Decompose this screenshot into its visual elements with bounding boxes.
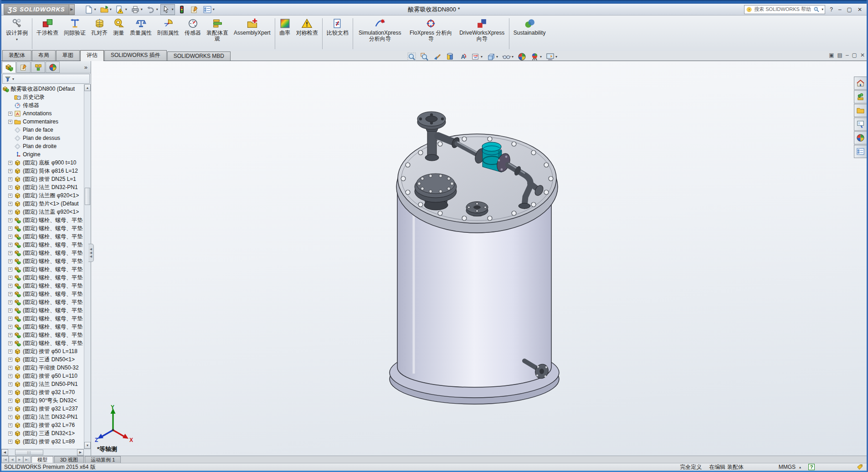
tag-icon[interactable] <box>857 464 863 470</box>
ribbon-button-sensor[interactable]: 传感器 <box>182 16 204 51</box>
display-style-dropdown-arrow[interactable]: ▾ <box>496 55 498 59</box>
open-dropdown-arrow[interactable]: ▾ <box>110 7 112 11</box>
tree-item[interactable]: +Annotations <box>1 109 84 118</box>
minimize-button[interactable]: ‒ <box>837 6 843 13</box>
tree-item[interactable]: +传感器 <box>1 101 84 109</box>
quick-tips-help-button[interactable]: ? <box>808 464 815 470</box>
expander-icon[interactable]: + <box>8 374 12 378</box>
tree-item[interactable]: 酸雾吸收器DN800 (Défaut <box>1 85 84 93</box>
tree-item[interactable]: +(固定) 螺栓、螺母、平垫 <box>1 298 84 306</box>
tree-item[interactable]: +(固定) 法兰 DN50-PN1 <box>1 380 84 388</box>
tree-item[interactable]: +(固定) 90°弯头 DN32< <box>1 396 84 405</box>
expander-icon[interactable]: + <box>8 366 12 370</box>
view-settings-button[interactable]: ▾ <box>544 51 559 62</box>
tree-item[interactable]: +(固定) 筒体 φ816 L=12 <box>1 167 84 175</box>
tree-item[interactable]: +历史记录 <box>1 93 84 101</box>
expander-icon[interactable]: + <box>8 120 12 124</box>
expander-icon[interactable]: + <box>8 341 12 345</box>
task-pane-tab-solidworks-resources[interactable] <box>854 77 867 90</box>
annotation-view-button[interactable] <box>457 51 468 62</box>
tab-SOLIDWORKS MBD[interactable]: SOLIDWORKS MBD <box>167 51 231 61</box>
options-button[interactable]: ▾ <box>201 4 216 15</box>
restore-all-button[interactable]: ▣ <box>829 52 834 58</box>
edit-appearance-button[interactable] <box>516 51 528 62</box>
tree-item[interactable]: +(固定) 法兰 DN32-PN1 <box>1 183 84 191</box>
panel-tab-propertymanager[interactable] <box>16 62 31 73</box>
view-settings-dropdown-arrow[interactable]: ▾ <box>555 55 557 59</box>
previous-view-button[interactable] <box>431 51 443 62</box>
panel-tab-configuration-manager[interactable] <box>31 62 45 73</box>
expander-icon[interactable]: + <box>8 251 12 255</box>
motion-nav-next[interactable]: ▶ <box>16 456 23 463</box>
ribbon-button-design-study[interactable]: 设计算例▾ <box>3 16 31 51</box>
tree-item[interactable]: +(固定) 螺栓、螺母、平垫 <box>1 314 84 323</box>
help-button[interactable]: ? <box>828 6 835 13</box>
expander-icon[interactable]: + <box>8 399 12 403</box>
tree-item[interactable]: +(固定) 法兰圈 φ920<1> <box>1 191 84 200</box>
tree-item[interactable]: +(固定) 螺栓、螺母、平垫 <box>1 273 84 282</box>
expander-icon[interactable]: + <box>8 333 12 337</box>
expander-icon[interactable]: + <box>8 226 12 231</box>
panel-tabs-overflow[interactable]: » <box>84 64 90 71</box>
tree-item[interactable]: +(固定) 接管 φ32 L=237 <box>1 405 84 413</box>
view-orientation-dropdown-arrow[interactable]: ▾ <box>481 55 483 59</box>
expander-icon[interactable]: + <box>8 317 12 321</box>
expander-icon[interactable]: + <box>8 440 12 444</box>
tab-草图[interactable]: 草图 <box>56 50 80 61</box>
design-study-dropdown-arrow[interactable]: ▾ <box>16 36 18 42</box>
undo-button[interactable]: ▾ <box>145 4 159 15</box>
hscroll-thumb[interactable]: ||| <box>15 450 43 455</box>
tree-item[interactable]: +(固定) 接管 φ32 L=76 <box>1 421 84 429</box>
tree-item[interactable]: +(固定) 螺栓、螺母、平垫 <box>1 331 84 339</box>
tree-item[interactable]: +(固定) 螺栓、螺母、平垫 <box>1 224 84 232</box>
ribbon-button-hole-align[interactable]: 孔对齐 <box>88 16 110 51</box>
new-document-dropdown-arrow[interactable]: ▾ <box>94 7 96 11</box>
hide-show-items-dropdown-arrow[interactable]: ▾ <box>512 55 514 59</box>
ribbon-button-floxpress[interactable]: FloXpress 分析向导 <box>406 16 457 51</box>
expander-icon[interactable]: + <box>8 243 12 247</box>
units-selector[interactable]: MMGS▴ <box>779 464 801 470</box>
tree-item[interactable]: +(固定) 螺栓、螺母、平垫 <box>1 306 84 314</box>
ribbon-button-clearance[interactable]: 间隙验证 <box>61 16 88 51</box>
tree-vertical-scrollbar[interactable]: ▲ ▼ <box>84 84 91 449</box>
tree-filter-bar[interactable]: ▾ <box>2 74 90 84</box>
expander-icon[interactable]: + <box>8 185 12 190</box>
tree-item[interactable]: +(固定) 平缩接 DN50-32 <box>1 364 84 372</box>
zoom-to-fit-button[interactable] <box>406 51 417 62</box>
expander-icon[interactable]: + <box>8 325 12 329</box>
graphics-viewport[interactable]: Y X Z *等轴测 <box>91 61 867 456</box>
ribbon-button-assembly-xpert[interactable]: AssemblyXpert <box>231 16 273 51</box>
motion-tab-3D 视图[interactable]: 3D 视图 <box>54 456 84 463</box>
maximize-button[interactable]: ▢ <box>845 6 854 13</box>
model-3d-tank[interactable] <box>91 61 867 456</box>
expander-icon[interactable]: + <box>8 210 12 214</box>
file-properties-button[interactable] <box>189 4 200 15</box>
tab-布局[interactable]: 布局 <box>32 50 56 61</box>
expander-icon[interactable]: + <box>8 423 12 427</box>
scroll-thumb[interactable] <box>85 188 90 205</box>
expander-icon[interactable]: + <box>8 218 12 222</box>
expander-icon[interactable]: + <box>8 161 12 165</box>
expander-icon[interactable]: + <box>8 169 12 173</box>
panel-tab-featuremanager-tree[interactable] <box>2 62 16 73</box>
expander-icon[interactable]: + <box>8 308 12 313</box>
expander-icon[interactable]: + <box>8 292 12 296</box>
tree-item[interactable]: +(固定) 螺栓、螺母、平垫 <box>1 232 84 241</box>
expander-icon[interactable]: + <box>8 390 12 395</box>
panel-tab-display-manager[interactable] <box>46 62 60 73</box>
tree-item[interactable]: +Commentaires <box>1 118 84 126</box>
save-button[interactable]: ▾ <box>114 4 128 15</box>
task-pane-tab-view-palette[interactable] <box>854 118 867 131</box>
scroll-down-arrow[interactable]: ▼ <box>84 442 91 449</box>
restore-child-button[interactable]: ▢ <box>852 52 857 58</box>
task-pane-tab-appearances-scenes[interactable] <box>854 131 867 144</box>
expander-icon[interactable]: + <box>8 259 12 263</box>
expander-icon[interactable]: + <box>8 407 12 411</box>
tree-item[interactable]: +(固定) 螺栓、螺母、平垫 <box>1 265 84 273</box>
expander-icon[interactable]: + <box>8 112 12 116</box>
tree-item[interactable]: +(固定) 垫片<1> (Défaut <box>1 200 84 208</box>
expander-icon[interactable]: + <box>8 431 12 436</box>
tree-item[interactable]: +(固定) 接管 φ50 L=110 <box>1 372 84 380</box>
tree-horizontal-scrollbar[interactable]: ◀ ||| ▶ <box>1 449 91 456</box>
expander-icon[interactable]: + <box>8 267 12 272</box>
